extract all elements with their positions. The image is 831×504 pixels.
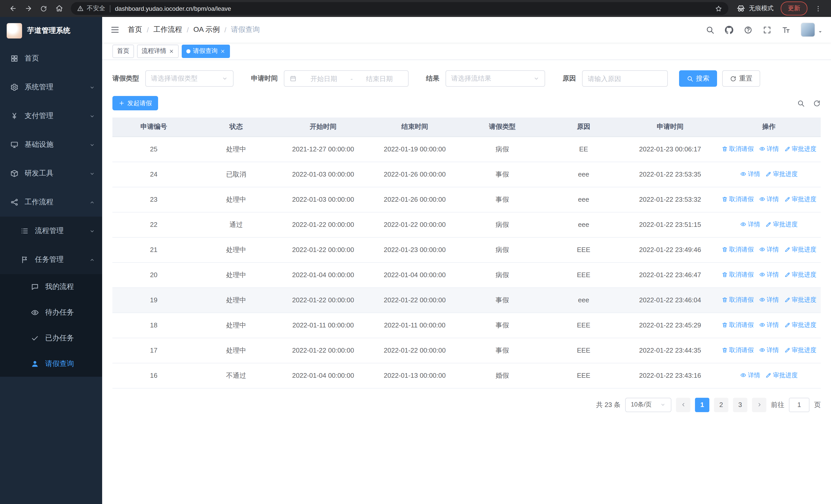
sidebar-item-leave-query[interactable]: 请假查询 xyxy=(0,351,102,377)
sidebar-item-infra[interactable]: 基础设施 xyxy=(0,130,102,159)
tag-home[interactable]: 首页 xyxy=(112,45,134,58)
progress-action-link[interactable]: 审批进度 xyxy=(784,346,816,355)
back-button[interactable] xyxy=(6,2,20,15)
detail-action-link[interactable]: 详情 xyxy=(740,220,760,229)
result-select[interactable]: 请选择流结果 xyxy=(446,70,545,87)
security-label: 不安全 xyxy=(87,4,105,13)
start-date-input[interactable] xyxy=(300,75,347,82)
view-icon xyxy=(740,373,746,379)
detail-action-link[interactable]: 详情 xyxy=(759,346,779,355)
page-button-2[interactable]: 2 xyxy=(714,397,728,412)
refresh-table-icon[interactable] xyxy=(813,99,821,107)
sidebar-item-payment[interactable]: 支付管理 xyxy=(0,101,102,130)
reason-input[interactable] xyxy=(588,75,662,82)
hamburger-icon[interactable] xyxy=(110,25,120,34)
close-icon[interactable] xyxy=(169,49,174,54)
browser-menu-button[interactable] xyxy=(811,2,825,15)
cancel-action-link[interactable]: 取消请假 xyxy=(721,270,754,279)
detail-action-link[interactable]: 详情 xyxy=(740,371,760,380)
help-icon[interactable] xyxy=(744,25,752,34)
fullscreen-icon[interactable] xyxy=(763,25,771,34)
cancel-action-link[interactable]: 取消请假 xyxy=(721,195,754,204)
reload-button[interactable] xyxy=(37,2,50,15)
action-label: 详情 xyxy=(748,170,760,179)
row-actions: 取消请假详情审批进度 xyxy=(717,313,821,338)
detail-action-link[interactable]: 详情 xyxy=(759,270,779,279)
detail-action-link[interactable]: 详情 xyxy=(759,195,779,204)
progress-action-link[interactable]: 审批进度 xyxy=(784,245,816,254)
table-row: 19处理中2022-01-22 00:00:002022-01-22 00:00… xyxy=(112,288,821,313)
progress-action-link[interactable]: 审批进度 xyxy=(765,220,798,229)
cell-apply-id: 21 xyxy=(112,237,195,262)
cancel-action-link[interactable]: 取消请假 xyxy=(721,346,754,355)
cancel-action-link[interactable]: 取消请假 xyxy=(721,145,754,153)
breadcrumb-item[interactable]: OA 示例 xyxy=(194,25,220,34)
sidebar-item-home[interactable]: 首页 xyxy=(0,44,102,73)
action-label: 审批进度 xyxy=(792,145,816,153)
sidebar-item-devtools[interactable]: 研发工具 xyxy=(0,159,102,188)
progress-action-link[interactable]: 审批进度 xyxy=(784,195,816,204)
breadcrumb-item[interactable]: 工作流程 xyxy=(153,25,182,34)
apply-time-range-picker[interactable]: - xyxy=(284,70,408,87)
security-chip[interactable]: 不安全 xyxy=(77,4,105,13)
sidebar-item-task-mgmt[interactable]: 任务管理 xyxy=(0,245,102,274)
home-button[interactable] xyxy=(52,2,66,15)
progress-action-link[interactable]: 审批进度 xyxy=(784,270,816,279)
cell-status: 处理中 xyxy=(195,313,277,338)
cell-apply-time: 2022-01-22 23:53:32 xyxy=(623,187,717,212)
url-text[interactable]: dashboard.yudao.iocoder.cn/bpm/oa/leave xyxy=(115,5,715,12)
sidebar-item-done-tasks[interactable]: 已办任务 xyxy=(0,325,102,351)
tag-process-detail[interactable]: 流程详情 xyxy=(137,45,179,58)
page-button-3[interactable]: 3 xyxy=(733,397,747,412)
progress-action-link[interactable]: 审批进度 xyxy=(784,145,816,153)
search-button[interactable]: 搜索 xyxy=(679,70,717,87)
detail-action-link[interactable]: 详情 xyxy=(759,145,779,153)
tag-leave-query[interactable]: 请假查询 xyxy=(182,45,230,58)
cancel-action-link[interactable]: 取消请假 xyxy=(721,245,754,254)
list-icon xyxy=(21,227,29,235)
update-button[interactable]: 更新 xyxy=(781,2,807,16)
detail-action-link[interactable]: 详情 xyxy=(759,321,779,329)
user-menu[interactable] xyxy=(801,23,823,37)
cell-reason: EEE xyxy=(544,262,623,288)
goto-page-input[interactable] xyxy=(789,397,809,412)
cancel-action-link[interactable]: 取消请假 xyxy=(721,296,754,304)
progress-action-link[interactable]: 审批进度 xyxy=(765,371,798,380)
end-date-input[interactable] xyxy=(356,75,403,82)
view-icon xyxy=(759,322,765,328)
action-label: 审批进度 xyxy=(792,245,816,254)
font-size-icon[interactable] xyxy=(782,25,791,34)
address-bar[interactable]: 不安全 dashboard.yudao.iocoder.cn/bpm/oa/le… xyxy=(71,2,728,15)
bookmark-star-icon[interactable] xyxy=(715,5,722,12)
progress-action-link[interactable]: 审批进度 xyxy=(765,170,798,179)
sidebar-item-my-process[interactable]: 我的流程 xyxy=(0,274,102,300)
sidebar-item-todo-tasks[interactable]: 待办任务 xyxy=(0,300,102,325)
sidebar-item-label: 任务管理 xyxy=(35,255,64,264)
progress-action-link[interactable]: 审批进度 xyxy=(784,296,816,304)
breadcrumb-item[interactable]: 首页 xyxy=(128,25,142,34)
progress-action-link[interactable]: 审批进度 xyxy=(784,321,816,329)
cell-end-time: 2022-01-11 00:00:00 xyxy=(369,313,460,338)
page-size-select[interactable]: 10条/页 xyxy=(625,397,671,412)
page-button-1[interactable]: 1 xyxy=(695,397,709,412)
detail-action-link[interactable]: 详情 xyxy=(759,296,779,304)
search-icon[interactable] xyxy=(706,25,715,34)
close-icon[interactable] xyxy=(220,49,225,54)
search-toggle-icon[interactable] xyxy=(797,99,805,107)
cancel-action-link[interactable]: 取消请假 xyxy=(721,321,754,329)
header-actions: 操作 xyxy=(717,118,821,137)
forward-button[interactable] xyxy=(22,2,35,15)
prev-page-button[interactable] xyxy=(676,397,690,412)
sidebar-item-workflow[interactable]: 工作流程 xyxy=(0,188,102,216)
reset-button[interactable]: 重置 xyxy=(722,70,760,87)
detail-action-link[interactable]: 详情 xyxy=(759,245,779,254)
detail-action-link[interactable]: 详情 xyxy=(740,170,760,179)
sidebar-logo[interactable]: 芋道管理系统 xyxy=(0,17,102,44)
next-page-button[interactable] xyxy=(752,397,766,412)
sidebar-item-system[interactable]: 系统管理 xyxy=(0,73,102,101)
sidebar-item-process-mgmt[interactable]: 流程管理 xyxy=(0,216,102,245)
github-icon[interactable] xyxy=(725,25,734,34)
leave-type-select[interactable]: 请选择请假类型 xyxy=(145,70,233,87)
create-leave-button[interactable]: 发起请假 xyxy=(112,96,158,110)
action-label: 取消请假 xyxy=(729,145,754,153)
